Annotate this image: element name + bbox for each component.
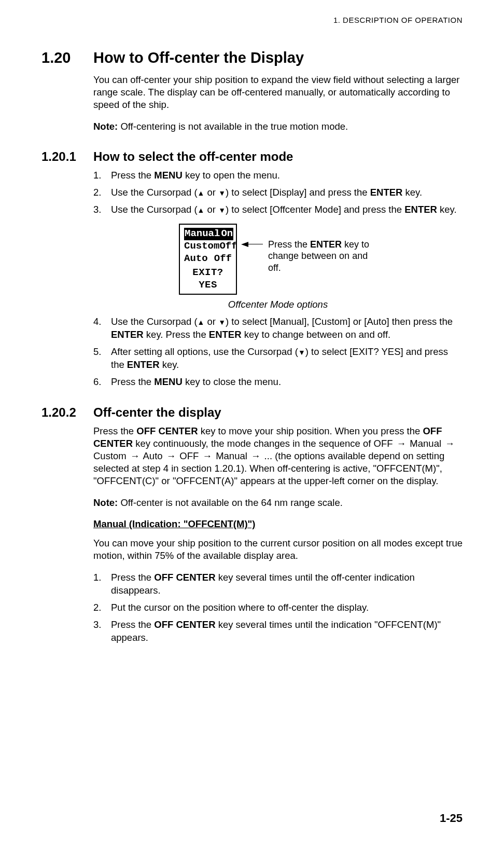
- option-row-custom: Custom Off: [184, 240, 232, 253]
- step-2: 2. Use the Cursorpad (▲ or ▼) to select …: [93, 186, 463, 199]
- step-text: Use the Cursorpad (▲ or ▼) to select [Of…: [111, 203, 463, 216]
- step-number: 1.: [93, 169, 111, 182]
- step-4: 4. Use the Cursorpad (▲ or ▼) to select …: [93, 315, 463, 341]
- page: 1. DESCRIPTION OF OPERATION 1.20 How to …: [0, 0, 504, 851]
- running-header: 1. DESCRIPTION OF OPERATION: [333, 16, 463, 24]
- up-triangle-icon: ▲: [198, 189, 205, 197]
- step-text: Use the Cursorpad (▲ or ▼) to select [Di…: [111, 186, 463, 199]
- step-number: 6.: [93, 376, 111, 389]
- page-number: 1-25: [440, 812, 463, 825]
- note-label: Note:: [93, 497, 118, 508]
- note-label: Note:: [93, 121, 118, 132]
- down-triangle-icon: ▼: [218, 207, 226, 214]
- right-arrow-icon: →: [250, 450, 262, 461]
- arrow-left-icon: [241, 242, 248, 247]
- step-5: 5. After setting all options, use the Cu…: [93, 346, 463, 372]
- step-1: 1. Press the MENU key to open the menu.: [93, 169, 463, 182]
- manual-para: You can move your ship position to the c…: [93, 537, 463, 562]
- section-note: Note: Off-centering is not available in …: [93, 120, 463, 133]
- step-number: 2.: [93, 601, 111, 614]
- option-row-auto: Auto Off: [184, 253, 232, 265]
- up-triangle-icon: ▲: [198, 319, 205, 326]
- figure-callout: Press the ENTER key to change between on…: [268, 239, 377, 274]
- figure-caption: Offcenter Mode options: [93, 299, 463, 310]
- option-row-manual: Manual On: [184, 228, 232, 240]
- right-arrow-icon: →: [396, 438, 408, 449]
- procedure-list-cont: 4. Use the Cursorpad (▲ or ▼) to select …: [93, 315, 463, 389]
- subsection-title: How to select the off-center mode: [93, 149, 293, 164]
- subsection-number: 1.20.2: [41, 405, 93, 420]
- subsection-number: 1.20.1: [41, 149, 93, 164]
- manual-subheading: Manual (Indication: "OFFCENT(M)"): [93, 518, 463, 530]
- section-intro: You can off-center your ship position to…: [93, 74, 463, 111]
- sub2-note: Note: Off-center is not available on the…: [93, 497, 463, 509]
- section-heading: 1.20 How to Off-center the Display: [41, 49, 463, 66]
- step-text: Press the MENU key to close the menu.: [111, 376, 463, 389]
- option-exit: EXIT? YES: [184, 267, 232, 292]
- step-text: Press the OFF CENTER key several times u…: [111, 619, 463, 644]
- callout-arrow: Press the ENTER key to change between on…: [241, 240, 377, 274]
- section-title: How to Off-center the Display: [93, 49, 304, 66]
- step-1: 1. Press the OFF CENTER key several time…: [93, 571, 463, 597]
- section-number: 1.20: [41, 49, 93, 66]
- note-text: Off-centering is not available in the tr…: [118, 121, 348, 132]
- manual-steps: 1. Press the OFF CENTER key several time…: [93, 571, 463, 644]
- step-text: After setting all options, use the Curso…: [111, 346, 463, 372]
- step-text: Put the cursor on the position where to …: [111, 601, 463, 614]
- step-number: 5.: [93, 346, 111, 372]
- step-2: 2. Put the cursor on the position where …: [93, 601, 463, 614]
- subsection-title: Off-center the display: [93, 405, 221, 420]
- right-arrow-icon: →: [129, 450, 141, 461]
- step-text: Use the Cursorpad (▲ or ▼) to select [Ma…: [111, 315, 463, 341]
- subsection-heading: 1.20.2 Off-center the display: [41, 405, 463, 420]
- figure-offcenter-mode: Manual On Custom Off Auto Off EXIT? YES: [93, 224, 463, 295]
- option-box: Manual On Custom Off Auto Off EXIT? YES: [179, 224, 237, 295]
- step-text: Press the OFF CENTER key several times u…: [111, 571, 463, 597]
- step-3: 3. Use the Cursorpad (▲ or ▼) to select …: [93, 203, 463, 216]
- step-number: 1.: [93, 571, 111, 597]
- right-arrow-icon: →: [165, 450, 177, 461]
- right-arrow-icon: →: [444, 438, 456, 449]
- step-text: Press the MENU key to open the menu.: [111, 169, 463, 182]
- up-triangle-icon: ▲: [198, 207, 205, 214]
- subsection-heading: 1.20.1 How to select the off-center mode: [41, 149, 463, 164]
- step-number: 2.: [93, 186, 111, 199]
- procedure-list: 1. Press the MENU key to open the menu. …: [93, 169, 463, 216]
- sub2-para1: Press the OFF CENTER key to move your sh…: [93, 425, 463, 487]
- down-triangle-icon: ▼: [218, 189, 226, 197]
- step-3: 3. Press the OFF CENTER key several time…: [93, 619, 463, 644]
- down-triangle-icon: ▼: [298, 349, 305, 356]
- note-text: Off-center is not available on the 64 nm…: [118, 497, 343, 508]
- step-number: 3.: [93, 203, 111, 216]
- step-number: 4.: [93, 315, 111, 341]
- right-arrow-icon: →: [202, 450, 214, 461]
- down-triangle-icon: ▼: [218, 319, 226, 326]
- step-number: 3.: [93, 619, 111, 644]
- step-6: 6. Press the MENU key to close the menu.: [93, 376, 463, 389]
